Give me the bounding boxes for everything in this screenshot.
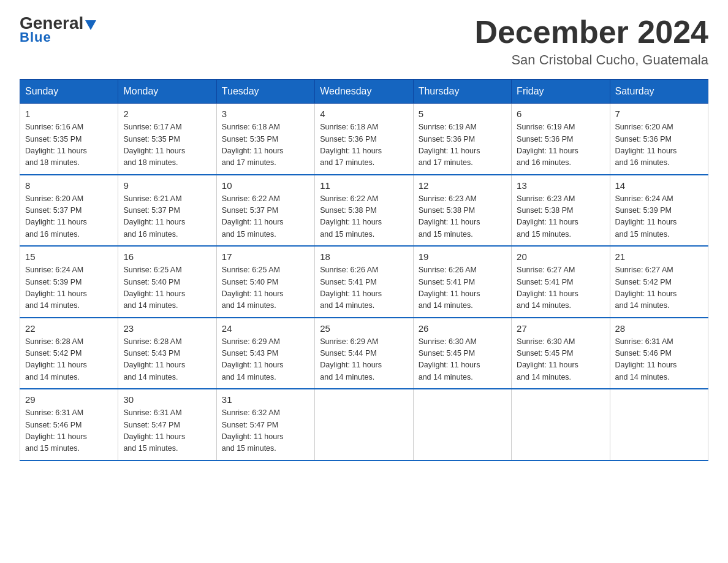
day-info: Sunrise: 6:29 AMSunset: 5:44 PMDaylight:… [320,336,408,384]
day-number: 10 [222,180,309,191]
day-info: Sunrise: 6:29 AMSunset: 5:43 PMDaylight:… [222,336,309,384]
calendar-cell: 25 Sunrise: 6:29 AMSunset: 5:44 PMDaylig… [315,318,413,389]
day-info: Sunrise: 6:27 AMSunset: 5:42 PMDaylight:… [615,264,703,312]
week-row-4: 22 Sunrise: 6:28 AMSunset: 5:42 PMDaylig… [20,318,708,389]
day-info: Sunrise: 6:17 AMSunset: 5:35 PMDaylight:… [123,121,211,169]
day-info: Sunrise: 6:30 AMSunset: 5:45 PMDaylight:… [419,336,506,384]
calendar-cell: 2 Sunrise: 6:17 AMSunset: 5:35 PMDayligh… [118,104,216,175]
day-number: 8 [25,180,113,191]
calendar-cell: 27 Sunrise: 6:30 AMSunset: 5:45 PMDaylig… [512,318,610,389]
calendar-table: SundayMondayTuesdayWednesdayThursdayFrid… [20,79,708,461]
calendar-cell: 12 Sunrise: 6:23 AMSunset: 5:38 PMDaylig… [413,175,511,247]
calendar-cell: 16 Sunrise: 6:25 AMSunset: 5:40 PMDaylig… [118,246,216,318]
week-row-3: 15 Sunrise: 6:24 AMSunset: 5:39 PMDaylig… [20,246,708,318]
day-number: 30 [123,394,211,405]
day-info: Sunrise: 6:31 AMSunset: 5:46 PMDaylight:… [615,336,703,384]
calendar-cell: 8 Sunrise: 6:20 AMSunset: 5:37 PMDayligh… [20,175,118,247]
day-number: 3 [222,109,309,119]
day-info: Sunrise: 6:22 AMSunset: 5:38 PMDaylight:… [320,193,408,241]
calendar-title-area: December 2024 San Cristobal Cucho, Guate… [474,15,708,68]
day-number: 11 [320,180,408,191]
day-number: 26 [419,323,506,334]
calendar-cell [413,389,511,461]
calendar-cell: 22 Sunrise: 6:28 AMSunset: 5:42 PMDaylig… [20,318,118,389]
day-number: 22 [25,323,113,334]
week-row-2: 8 Sunrise: 6:20 AMSunset: 5:37 PMDayligh… [20,175,708,247]
calendar-cell: 28 Sunrise: 6:31 AMSunset: 5:46 PMDaylig… [610,318,708,389]
calendar-cell: 1 Sunrise: 6:16 AMSunset: 5:35 PMDayligh… [20,104,118,175]
day-info: Sunrise: 6:18 AMSunset: 5:36 PMDaylight:… [320,121,408,169]
day-number: 21 [615,251,703,262]
calendar-cell: 14 Sunrise: 6:24 AMSunset: 5:39 PMDaylig… [610,175,708,247]
calendar-cell: 10 Sunrise: 6:22 AMSunset: 5:37 PMDaylig… [216,175,314,247]
week-row-1: 1 Sunrise: 6:16 AMSunset: 5:35 PMDayligh… [20,104,708,175]
day-number: 4 [320,109,408,119]
month-year-title: December 2024 [474,15,708,50]
day-info: Sunrise: 6:20 AMSunset: 5:37 PMDaylight:… [25,193,113,241]
day-number: 12 [419,180,506,191]
day-info: Sunrise: 6:19 AMSunset: 5:36 PMDaylight:… [419,121,506,169]
calendar-cell: 13 Sunrise: 6:23 AMSunset: 5:38 PMDaylig… [512,175,610,247]
calendar-cell: 3 Sunrise: 6:18 AMSunset: 5:35 PMDayligh… [216,104,314,175]
day-number: 2 [123,109,211,119]
day-info: Sunrise: 6:25 AMSunset: 5:40 PMDaylight:… [222,264,309,312]
day-number: 27 [517,323,604,334]
calendar-cell: 15 Sunrise: 6:24 AMSunset: 5:39 PMDaylig… [20,246,118,318]
calendar-cell: 20 Sunrise: 6:27 AMSunset: 5:41 PMDaylig… [512,246,610,318]
calendar-cell: 11 Sunrise: 6:22 AMSunset: 5:38 PMDaylig… [315,175,413,247]
calendar-cell: 29 Sunrise: 6:31 AMSunset: 5:46 PMDaylig… [20,389,118,461]
day-number: 15 [25,251,113,262]
day-number: 20 [517,251,604,262]
calendar-cell: 19 Sunrise: 6:26 AMSunset: 5:41 PMDaylig… [413,246,511,318]
day-number: 16 [123,251,211,262]
header-tuesday: Tuesday [216,80,314,104]
calendar-cell: 26 Sunrise: 6:30 AMSunset: 5:45 PMDaylig… [413,318,511,389]
calendar-cell [610,389,708,461]
day-number: 18 [320,251,408,262]
calendar-cell: 4 Sunrise: 6:18 AMSunset: 5:36 PMDayligh… [315,104,413,175]
day-number: 14 [615,180,703,191]
header-thursday: Thursday [413,80,511,104]
day-info: Sunrise: 6:31 AMSunset: 5:46 PMDaylight:… [25,407,113,455]
calendar-cell [512,389,610,461]
header-saturday: Saturday [610,80,708,104]
day-info: Sunrise: 6:21 AMSunset: 5:37 PMDaylight:… [123,193,211,241]
day-number: 25 [320,323,408,334]
calendar-cell: 18 Sunrise: 6:26 AMSunset: 5:41 PMDaylig… [315,246,413,318]
day-info: Sunrise: 6:32 AMSunset: 5:47 PMDaylight:… [222,407,309,455]
calendar-cell: 31 Sunrise: 6:32 AMSunset: 5:47 PMDaylig… [216,389,314,461]
calendar-cell [315,389,413,461]
header-monday: Monday [118,80,216,104]
logo-triangle-icon [85,20,96,30]
day-number: 13 [517,180,604,191]
day-info: Sunrise: 6:28 AMSunset: 5:42 PMDaylight:… [25,336,113,384]
calendar-cell: 21 Sunrise: 6:27 AMSunset: 5:42 PMDaylig… [610,246,708,318]
day-info: Sunrise: 6:25 AMSunset: 5:40 PMDaylight:… [123,264,211,312]
day-number: 1 [25,109,113,119]
day-info: Sunrise: 6:23 AMSunset: 5:38 PMDaylight:… [517,193,604,241]
page-header: General Blue December 2024 San Cristobal… [20,15,708,68]
calendar-cell: 30 Sunrise: 6:31 AMSunset: 5:47 PMDaylig… [118,389,216,461]
day-info: Sunrise: 6:28 AMSunset: 5:43 PMDaylight:… [123,336,211,384]
calendar-cell: 17 Sunrise: 6:25 AMSunset: 5:40 PMDaylig… [216,246,314,318]
day-number: 19 [419,251,506,262]
day-number: 17 [222,251,309,262]
weekday-header-row: SundayMondayTuesdayWednesdayThursdayFrid… [20,80,708,104]
day-info: Sunrise: 6:16 AMSunset: 5:35 PMDaylight:… [25,121,113,169]
day-number: 6 [517,109,604,119]
day-info: Sunrise: 6:23 AMSunset: 5:38 PMDaylight:… [419,193,506,241]
logo: General Blue [20,15,96,45]
day-number: 9 [123,180,211,191]
week-row-5: 29 Sunrise: 6:31 AMSunset: 5:46 PMDaylig… [20,389,708,461]
day-info: Sunrise: 6:19 AMSunset: 5:36 PMDaylight:… [517,121,604,169]
header-sunday: Sunday [20,80,118,104]
day-info: Sunrise: 6:24 AMSunset: 5:39 PMDaylight:… [25,264,113,312]
day-number: 28 [615,323,703,334]
day-info: Sunrise: 6:27 AMSunset: 5:41 PMDaylight:… [517,264,604,312]
header-wednesday: Wednesday [315,80,413,104]
day-info: Sunrise: 6:24 AMSunset: 5:39 PMDaylight:… [615,193,703,241]
day-number: 5 [419,109,506,119]
day-info: Sunrise: 6:18 AMSunset: 5:35 PMDaylight:… [222,121,309,169]
day-info: Sunrise: 6:20 AMSunset: 5:36 PMDaylight:… [615,121,703,169]
day-info: Sunrise: 6:26 AMSunset: 5:41 PMDaylight:… [320,264,408,312]
